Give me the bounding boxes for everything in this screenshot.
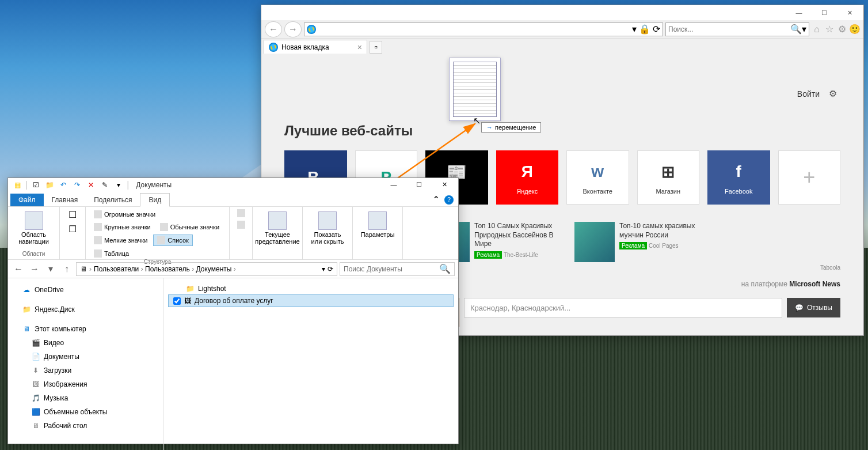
explorer-search-icon[interactable]: 🔍	[439, 263, 451, 274]
preview-pane-icon[interactable]: ☐	[68, 209, 77, 220]
layout-option[interactable]: Мелкие значки	[90, 235, 151, 245]
file-item[interactable]: 🖼Договор об оплате услуг	[168, 294, 454, 307]
help-icon[interactable]: ?	[444, 195, 454, 205]
exp-minimize-button[interactable]: —	[381, 178, 406, 191]
qat-properties-icon[interactable]: ☑	[30, 179, 41, 191]
ribbon-tab-file[interactable]: Файл	[10, 194, 44, 206]
qat-rename-icon[interactable]: ✎	[99, 179, 111, 191]
ribbon-group-current-view: Текущее представление	[253, 207, 303, 259]
favorites-icon[interactable]: ☆	[824, 24, 835, 35]
file-item[interactable]: 📁Lightshot	[168, 283, 454, 294]
browser-tab[interactable]: Новая вкладка ×	[264, 40, 367, 54]
ie-close-button[interactable]: ✕	[837, 6, 862, 19]
explorer-search-input[interactable]	[344, 265, 439, 273]
breadcrumb[interactable]: 🖥 › Пользователи › Пользователь › Докуме…	[76, 262, 337, 276]
ribbon-tab-home[interactable]: Главная	[44, 194, 86, 206]
site-tile[interactable]: wВконтакте	[566, 150, 629, 205]
navpane-icon	[25, 211, 43, 230]
address-input[interactable]	[318, 25, 630, 33]
site-tile[interactable]: fFacebook	[707, 150, 770, 205]
page-settings-gear-icon[interactable]: ⚙	[829, 88, 840, 100]
top-sites-heading: Лучшие веб-сайты	[284, 123, 840, 139]
site-tile[interactable]: ⊞Магазин	[637, 150, 700, 205]
news-card[interactable]: Топ-10 самых красивых мужчин РоссииРекла…	[574, 222, 713, 262]
navigation-pane-button[interactable]: Область навигации	[14, 209, 54, 247]
qat-dropdown-icon[interactable]: ▾	[113, 179, 124, 191]
lock-icon[interactable]: 🔒	[639, 24, 650, 35]
back-button[interactable]: ←	[265, 21, 282, 37]
exp-up-button[interactable]: ↑	[60, 262, 74, 276]
sort-icon[interactable]	[237, 209, 245, 217]
tree-item[interactable]: 🖥Рабочий стол	[10, 419, 161, 433]
tree-item[interactable]: 🎬Видео	[10, 336, 161, 350]
location-input[interactable]	[464, 298, 782, 317]
tree-item[interactable]: ☁OneDrive	[10, 283, 161, 297]
ribbon-tab-share[interactable]: Поделиться	[86, 194, 140, 206]
layout-option[interactable]: Крупные значки	[90, 222, 154, 232]
tree-item[interactable]: 🎵Музыка	[10, 391, 161, 405]
search-bar[interactable]: 🔍 ▾	[665, 22, 809, 36]
tree-item[interactable]: 🖥Этот компьютер	[10, 322, 161, 336]
add-tile-button[interactable]: +	[778, 150, 841, 205]
tree-item[interactable]: 🖼Изображения	[10, 377, 161, 391]
smiley-icon[interactable]: 🙂	[850, 24, 860, 35]
file-checkbox[interactable]	[173, 297, 181, 305]
search-icon[interactable]: 🔍	[790, 24, 802, 35]
group-icon[interactable]	[237, 221, 245, 229]
tree-item-label: Яндекс.Диск	[35, 305, 75, 313]
qat-newfolder-icon[interactable]: 📁	[44, 179, 55, 191]
tab-close-icon[interactable]: ×	[357, 43, 362, 52]
new-tab-button[interactable]: ▫	[370, 41, 382, 54]
drag-tooltip-label: перемещение	[495, 124, 536, 131]
exp-recent-dropdown-icon[interactable]: ▾	[44, 262, 58, 276]
addr-refresh-icon[interactable]: ⟳	[328, 265, 333, 273]
search-dropdown-icon[interactable]: ▾	[802, 24, 806, 35]
ie-titlebar[interactable]: — ☐ ✕	[261, 5, 863, 20]
refresh-icon[interactable]: ⟳	[653, 24, 660, 35]
options-button[interactable]: Параметры	[357, 209, 398, 240]
exp-forward-button[interactable]: →	[28, 262, 41, 276]
feedback-button[interactable]: 💬 Отзывы	[787, 298, 840, 317]
tree-item[interactable]: ⬇Загрузки	[10, 364, 161, 377]
tools-gear-icon[interactable]: ⚙	[837, 24, 847, 35]
file-list[interactable]: 📁Lightshot🖼Договор об оплате услуг	[163, 278, 458, 450]
ribbon-tab-view[interactable]: Вид	[140, 193, 170, 207]
breadcrumb-item[interactable]: Пользователи	[94, 265, 139, 273]
forward-button[interactable]: →	[284, 21, 302, 37]
ribbon-collapse-icon[interactable]: ⌃	[432, 194, 440, 205]
current-view-button[interactable]: Текущее представление	[257, 209, 298, 247]
address-dropdown-icon[interactable]: ▾	[632, 24, 637, 35]
file-icon: 📁	[186, 285, 195, 293]
showhide-button[interactable]: Показать или скрыть	[307, 209, 348, 247]
ie-maximize-button[interactable]: ☐	[812, 6, 837, 19]
signin-link[interactable]: Войти	[797, 89, 820, 99]
address-bar[interactable]: ▾ 🔒 ⟳	[304, 22, 663, 36]
layout-option[interactable]: Огромные значки	[90, 209, 159, 220]
qat-redo-icon[interactable]: ↷	[71, 179, 83, 191]
exp-close-button[interactable]: ✕	[432, 178, 457, 191]
addr-dropdown-icon[interactable]: ▾	[322, 265, 325, 273]
site-tile[interactable]: ЯЯндекс	[496, 150, 559, 205]
navigation-tree[interactable]: ☁OneDrive📁Яндекс.Диск🖥Этот компьютер🎬Вид…	[8, 278, 163, 450]
app-icon[interactable]: ▦	[12, 179, 23, 191]
tree-item-icon: ☁	[22, 285, 31, 294]
qat-undo-icon[interactable]: ↶	[58, 179, 69, 191]
layout-option[interactable]: Список	[153, 235, 193, 246]
explorer-search[interactable]: 🔍	[340, 262, 455, 276]
layout-option[interactable]: Обычные значки	[157, 222, 223, 232]
tree-item[interactable]: 📁Яндекс.Диск	[10, 302, 161, 316]
exp-back-button[interactable]: ←	[12, 262, 25, 276]
qat-delete-icon[interactable]: ✕	[85, 179, 97, 191]
home-icon[interactable]: ⌂	[812, 24, 822, 35]
news-title: Топ-10 самых красивых мужчин России	[619, 222, 713, 240]
breadcrumb-item[interactable]: Пользователь	[145, 265, 190, 273]
breadcrumb-item[interactable]: Документы	[196, 265, 232, 273]
ie-minimize-button[interactable]: —	[786, 6, 812, 19]
tree-item[interactable]: 🟦Объемные объекты	[10, 405, 161, 419]
layout-label: Мелкие значки	[104, 237, 147, 244]
layout-option[interactable]: Таблица	[90, 248, 132, 259]
search-input[interactable]	[668, 25, 790, 33]
details-pane-icon[interactable]: ☐	[68, 224, 77, 235]
tree-item[interactable]: 📄Документы	[10, 350, 161, 364]
exp-maximize-button[interactable]: ☐	[406, 178, 432, 191]
